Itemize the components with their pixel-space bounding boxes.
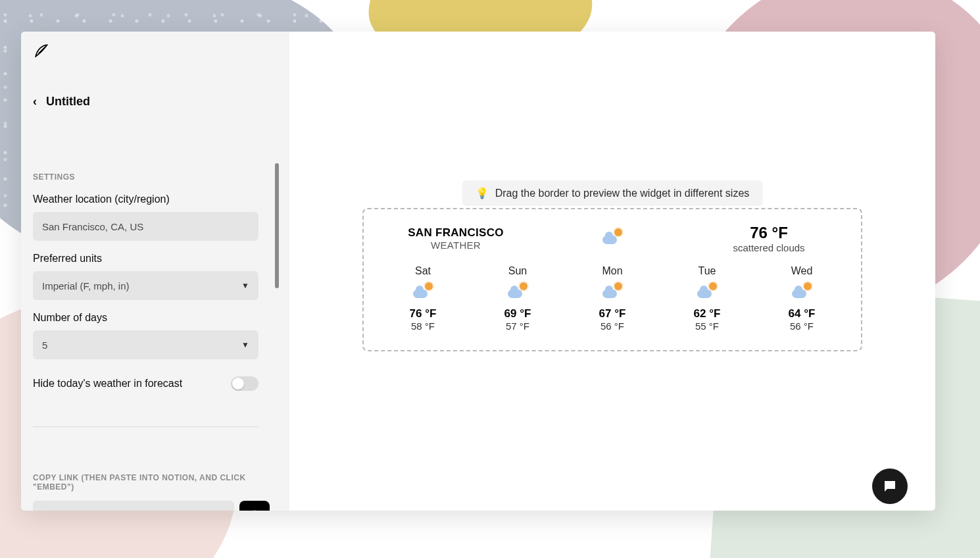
- scrollbar-thumb[interactable]: [275, 163, 279, 288]
- day-name: Tue: [674, 265, 740, 277]
- forecast-day: Mon 67 °F 56 °F: [579, 265, 645, 332]
- widget-subtitle: WEATHER: [390, 240, 522, 251]
- lightbulb-icon: 💡: [476, 187, 489, 199]
- forecast-day: Sun 69 °F 57 °F: [485, 265, 551, 332]
- partly-cloudy-icon: [674, 282, 740, 302]
- location-input[interactable]: [33, 212, 258, 241]
- app-window: ‹ Untitled SETTINGS Weather location (ci…: [21, 32, 935, 511]
- day-high: 64 °F: [769, 307, 835, 320]
- location-label: Weather location (city/region): [33, 193, 278, 205]
- partly-cloudy-icon: [485, 282, 551, 302]
- svg-point-4: [891, 484, 893, 486]
- divider: [33, 426, 258, 427]
- clipboard-icon: [248, 509, 261, 511]
- hide-today-toggle[interactable]: [231, 376, 258, 391]
- app-logo[interactable]: [21, 32, 289, 62]
- day-high: 62 °F: [674, 307, 740, 320]
- days-select[interactable]: 5 ▼: [33, 330, 258, 359]
- partly-cloudy-icon: [579, 282, 645, 302]
- preview-pane: 💡 Drag the border to preview the widget …: [289, 32, 935, 511]
- weather-widget[interactable]: SAN FRANCISCO WEATHER 76 °F scattered cl…: [362, 208, 862, 351]
- day-high: 69 °F: [485, 307, 551, 320]
- chevron-down-icon: ▼: [241, 281, 249, 290]
- forecast-day: Sat 76 °F 58 °F: [390, 265, 456, 332]
- days-value: 5: [42, 340, 47, 351]
- day-name: Sat: [390, 265, 456, 277]
- day-low: 56 °F: [769, 320, 835, 332]
- day-name: Mon: [579, 265, 645, 277]
- day-high: 67 °F: [579, 307, 645, 320]
- forecast-day: Wed 64 °F 56 °F: [769, 265, 835, 332]
- svg-point-3: [889, 484, 891, 486]
- units-label: Preferred units: [33, 253, 278, 265]
- current-desc: scattered clouds: [703, 242, 835, 253]
- units-value: Imperial (F, mph, in): [42, 280, 130, 292]
- current-weather-icon: [547, 228, 678, 249]
- current-temp: 76 °F: [703, 224, 835, 242]
- page-title: Untitled: [46, 95, 90, 109]
- hint-text: Drag the border to preview the widget in…: [495, 188, 750, 199]
- settings-section-label: SETTINGS: [33, 172, 278, 182]
- svg-point-2: [887, 484, 889, 486]
- forecast-day: Tue 62 °F 55 °F: [674, 265, 740, 332]
- day-low: 55 °F: [674, 320, 740, 332]
- chat-fab[interactable]: [872, 469, 908, 504]
- copy-section-label: COPY LINK (THEN PASTE INTO NOTION, AND C…: [33, 473, 278, 492]
- day-name: Sun: [485, 265, 551, 277]
- day-low: 56 °F: [579, 320, 645, 332]
- resize-hint: 💡 Drag the border to preview the widget …: [462, 180, 763, 206]
- partly-cloudy-icon: [769, 282, 835, 302]
- day-high: 76 °F: [390, 307, 456, 320]
- widget-city: SAN FRANCISCO: [390, 226, 522, 240]
- units-select[interactable]: Imperial (F, mph, in) ▼: [33, 271, 258, 300]
- days-label: Number of days: [33, 312, 278, 324]
- hide-today-label: Hide today's weather in forecast: [33, 378, 182, 390]
- back-button[interactable]: ‹: [33, 95, 37, 109]
- copy-button[interactable]: [239, 501, 270, 511]
- embed-url-input[interactable]: [33, 501, 234, 511]
- day-low: 57 °F: [485, 320, 551, 332]
- partly-cloudy-icon: [390, 282, 456, 302]
- chat-icon: [882, 478, 898, 494]
- day-name: Wed: [769, 265, 835, 277]
- sidebar: ‹ Untitled SETTINGS Weather location (ci…: [21, 32, 289, 511]
- day-low: 58 °F: [390, 320, 456, 332]
- chevron-down-icon: ▼: [241, 340, 249, 349]
